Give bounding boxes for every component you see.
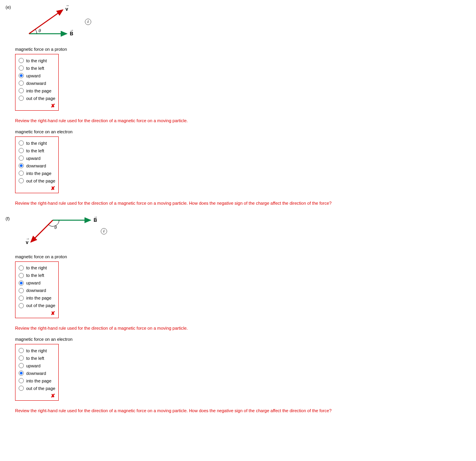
option-row[interactable]: to the left [19, 354, 55, 362]
feedback-text: Review the right-hand rule used for the … [15, 118, 470, 124]
radio-button[interactable] [19, 363, 24, 368]
radio-button[interactable] [19, 303, 24, 308]
option-row[interactable]: to the left [19, 147, 55, 154]
option-label: out of the page [26, 179, 55, 183]
info-icon[interactable]: i [85, 19, 91, 25]
question-prompt: magnetic force on a proton [15, 47, 470, 52]
incorrect-icon: ✘ [51, 393, 55, 399]
svg-text:θ: θ [54, 225, 57, 230]
option-label: upward [26, 363, 40, 368]
incorrect-icon: ✘ [51, 185, 55, 191]
option-label: into the page [26, 296, 52, 300]
svg-line-8 [31, 220, 53, 242]
radio-button[interactable] [19, 348, 24, 353]
option-row[interactable]: to the right [19, 264, 55, 272]
radio-button[interactable] [19, 96, 24, 101]
radio-button[interactable] [19, 288, 24, 293]
option-label: out of the page [26, 96, 55, 101]
options-box: to the rightto the leftupwarddownwardint… [15, 261, 59, 318]
option-label: to the right [26, 265, 47, 270]
option-label: to the right [26, 58, 47, 63]
option-label: into the page [26, 378, 52, 383]
svg-text:θ: θ [38, 28, 41, 33]
radio-button[interactable] [19, 273, 24, 278]
option-label: out of the page [26, 303, 55, 308]
part-label: (e) [6, 4, 15, 10]
svg-text:→: → [65, 4, 69, 8]
radio-button[interactable] [19, 58, 24, 63]
option-label: to the left [26, 66, 44, 71]
option-row[interactable]: downward [19, 287, 55, 294]
option-row[interactable]: downward [19, 162, 55, 169]
option-row[interactable]: into the page [19, 377, 55, 384]
radio-button[interactable] [19, 163, 24, 168]
option-row[interactable]: to the left [19, 272, 55, 279]
options-box: to the rightto the leftupwarddownwardint… [15, 136, 59, 193]
radio-button[interactable] [19, 140, 24, 146]
option-label: into the page [26, 171, 52, 176]
radio-button[interactable] [19, 178, 24, 183]
option-row[interactable]: out of the page [19, 94, 55, 102]
option-row[interactable]: upward [19, 154, 55, 162]
option-row[interactable]: into the page [19, 294, 55, 302]
option-row[interactable]: upward [19, 279, 55, 287]
question-part: (e)θB→v→imagnetic force on a protonto th… [6, 4, 470, 212]
option-row[interactable]: downward [19, 369, 55, 377]
option-row[interactable]: upward [19, 72, 55, 79]
vector-diagram-f: θB→v→ [15, 215, 98, 247]
option-label: to the right [26, 348, 47, 353]
part-label: (f) [6, 215, 15, 221]
option-label: into the page [26, 88, 52, 93]
question-prompt: magnetic force on an electron [15, 129, 470, 134]
option-row[interactable]: out of the page [19, 384, 55, 392]
option-label: downward [26, 288, 46, 293]
feedback-text: Review the right-hand rule used for the … [15, 200, 470, 206]
radio-button[interactable] [19, 296, 24, 301]
radio-button[interactable] [19, 88, 24, 93]
radio-button[interactable] [19, 378, 24, 383]
option-label: upward [26, 73, 40, 78]
svg-text:→: → [70, 28, 74, 32]
svg-text:→: → [94, 215, 98, 219]
feedback-text: Review the right-hand rule used for the … [15, 325, 470, 331]
radio-button[interactable] [19, 386, 24, 391]
radio-button[interactable] [19, 355, 24, 361]
option-row[interactable]: to the right [19, 57, 55, 64]
option-row[interactable]: into the page [19, 169, 55, 177]
svg-text:→: → [26, 236, 30, 241]
radio-button[interactable] [19, 265, 24, 271]
option-label: downward [26, 81, 46, 86]
radio-button[interactable] [19, 171, 24, 176]
option-label: to the left [26, 148, 44, 153]
option-row[interactable]: out of the page [19, 302, 55, 309]
incorrect-icon: ✘ [51, 103, 55, 109]
radio-button[interactable] [19, 280, 24, 286]
option-row[interactable]: into the page [19, 87, 55, 94]
option-row[interactable]: to the right [19, 347, 55, 354]
options-box: to the rightto the leftupwarddownwardint… [15, 344, 59, 401]
option-label: to the left [26, 356, 44, 361]
option-label: to the left [26, 273, 44, 278]
option-row[interactable]: to the left [19, 64, 55, 72]
question-part: (f)θB→v→imagnetic force on a protonto th… [6, 215, 470, 420]
option-label: out of the page [26, 386, 55, 391]
radio-button[interactable] [19, 148, 24, 153]
option-row[interactable]: upward [19, 362, 55, 369]
question-prompt: magnetic force on a proton [15, 254, 470, 259]
svg-line-1 [29, 10, 63, 34]
radio-button[interactable] [19, 371, 24, 376]
radio-button[interactable] [19, 65, 24, 71]
radio-button[interactable] [19, 73, 24, 78]
option-row[interactable]: to the right [19, 139, 55, 147]
option-row[interactable]: downward [19, 79, 55, 87]
feedback-text: Review the right-hand rule used for the … [15, 408, 470, 414]
option-label: downward [26, 163, 46, 168]
option-label: to the right [26, 141, 47, 146]
radio-button[interactable] [19, 156, 24, 161]
info-icon[interactable]: i [101, 228, 107, 234]
option-label: upward [26, 156, 40, 161]
radio-button[interactable] [19, 81, 24, 86]
option-label: downward [26, 371, 46, 376]
option-row[interactable]: out of the page [19, 177, 55, 184]
options-box: to the rightto the leftupwarddownwardint… [15, 54, 59, 111]
